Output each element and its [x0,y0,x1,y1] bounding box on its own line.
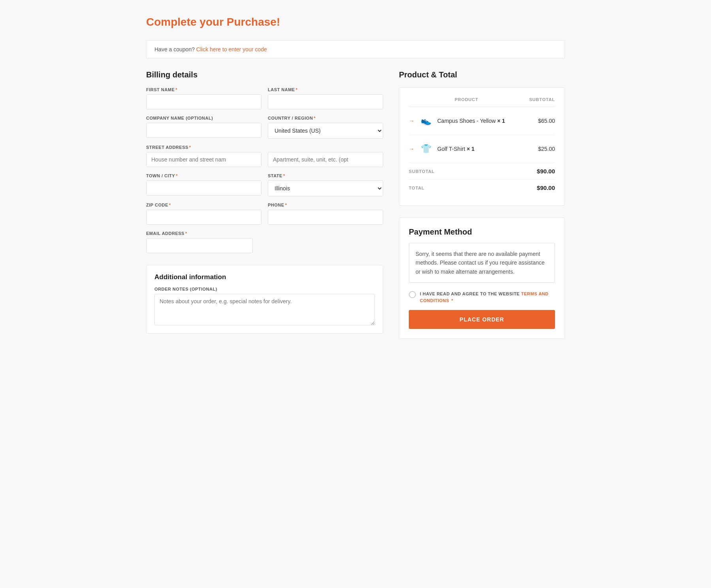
product-thumb: 👟 [418,113,433,128]
first-name-label: FIRST NAME* [146,87,261,92]
last-name-input[interactable] [268,94,383,109]
right-column: Product & Total PRODUCT SUBTOTAL → 👟 Ca [399,70,565,339]
first-name-required: * [175,87,177,92]
country-label: COUNTRY / REGION* [268,116,383,120]
first-name-group: FIRST NAME* [146,87,261,109]
email-input[interactable] [146,238,253,253]
city-label: TOWN / CITY* [146,173,261,178]
email-row: EMAIL ADDRESS* [146,231,383,253]
coupon-link[interactable]: Click here to enter your code [196,46,267,53]
country-group: COUNTRY / REGION* United States (US) [268,116,383,139]
table-row: → 👕 Golf T-Shirt × 1 $25.00 [409,135,555,163]
street-label: STREET ADDRESS* [146,145,383,150]
notes-label: ORDER NOTES (OPTIONAL) [154,287,375,291]
state-label: STATE* [268,173,383,178]
title-prefix: Complete your [146,16,227,28]
last-name-required: * [296,87,298,92]
payment-title: Payment Method [409,227,555,237]
product-table: PRODUCT SUBTOTAL → 👟 Campus Shoes - Yell… [409,97,555,196]
zip-input[interactable] [146,210,261,225]
product-thumb: 👕 [418,141,433,156]
col-product: PRODUCT [409,97,524,107]
country-select[interactable]: United States (US) [268,123,383,139]
place-order-button[interactable]: PLACE ORDER [409,310,555,329]
product-name: Golf T-Shirt × 1 [437,146,474,152]
terms-row: I HAVE READ AND AGREE TO THE WEBSITE TER… [409,291,555,304]
additional-title: Additional information [154,273,375,281]
phone-label: PHONE* [268,203,383,207]
phone-required: * [285,203,287,207]
notes-group: ORDER NOTES (OPTIONAL) [154,287,375,325]
coupon-text: Have a coupon? [154,46,195,53]
subtotal-row: SUBTOTAL $90.00 [409,163,555,180]
last-name-label: LAST NAME* [268,87,383,92]
state-group: STATE* Illinois [268,173,383,196]
zip-label: ZIP CODE* [146,203,261,207]
product-price: $25.00 [524,135,555,163]
billing-section: Billing details FIRST NAME* LAST NAME* [146,70,383,334]
last-name-group: LAST NAME* [268,87,383,109]
street-required: * [189,145,191,150]
zip-required: * [169,203,171,207]
coupon-bar: Have a coupon? Click here to enter your … [146,40,565,58]
additional-info-box: Additional information ORDER NOTES (OPTI… [146,265,383,334]
city-group: TOWN / CITY* [146,173,261,196]
product-total-box: PRODUCT SUBTOTAL → 👟 Campus Shoes - Yell… [399,87,565,206]
billing-title: Billing details [146,70,383,79]
product-name: Campus Shoes - Yellow × 1 [437,118,505,124]
zip-group: ZIP CODE* [146,203,261,225]
no-payment-message: Sorry, it seems that there are no availa… [409,243,555,283]
terms-prefix: I HAVE READ AND AGREE TO THE WEBSITE [420,291,521,296]
notes-textarea[interactable] [154,294,375,325]
title-highlight: Purchase [227,16,276,28]
first-name-input[interactable] [146,94,261,109]
state-required: * [283,173,285,178]
terms-text: I HAVE READ AND AGREE TO THE WEBSITE TER… [420,291,555,304]
state-select[interactable]: Illinois [268,180,383,196]
street-input-1[interactable] [146,152,261,167]
company-country-row: COMPANY NAME (OPTIONAL) COUNTRY / REGION… [146,116,383,139]
terms-checkbox[interactable] [409,291,416,298]
street-group: STREET ADDRESS* [146,145,383,167]
arrow-icon: → [409,118,414,124]
phone-input[interactable] [268,210,383,225]
page-title: Complete your Purchase! [146,16,565,28]
street-inputs [146,152,383,167]
total-row: TOTAL $90.00 [409,180,555,196]
zip-phone-row: ZIP CODE* PHONE* [146,203,383,225]
email-label: EMAIL ADDRESS* [146,231,253,236]
title-suffix: ! [276,16,280,28]
phone-group: PHONE* [268,203,383,225]
city-state-row: TOWN / CITY* STATE* Illinois [146,173,383,196]
city-input[interactable] [146,180,261,195]
city-required: * [176,173,178,178]
table-row: → 👟 Campus Shoes - Yellow × 1 $65.00 [409,107,555,135]
email-group: EMAIL ADDRESS* [146,231,253,253]
country-required: * [314,116,316,120]
email-required: * [185,231,187,236]
col-subtotal: SUBTOTAL [524,97,555,107]
product-total-title: Product & Total [399,70,565,79]
name-row: FIRST NAME* LAST NAME* [146,87,383,109]
terms-required: * [451,298,453,303]
payment-method-section: Payment Method Sorry, it seems that ther… [399,218,565,339]
company-group: COMPANY NAME (OPTIONAL) [146,116,261,139]
company-input[interactable] [146,123,261,138]
company-label: COMPANY NAME (OPTIONAL) [146,116,261,120]
street-input-2[interactable] [268,152,383,167]
product-price: $65.00 [524,107,555,135]
arrow-icon: → [409,146,414,152]
main-layout: Billing details FIRST NAME* LAST NAME* [146,70,565,339]
